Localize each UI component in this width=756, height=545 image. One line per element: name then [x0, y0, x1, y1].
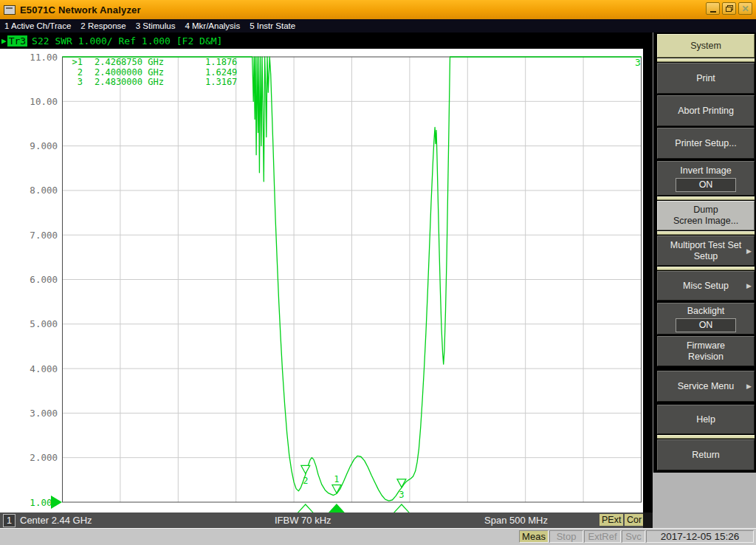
marker-value: 1.6249 — [189, 68, 237, 78]
submenu-arrow-icon: ▶ — [746, 245, 752, 256]
close-button[interactable]: ✕ — [738, 2, 752, 15]
svc-indicator: Svc — [622, 530, 645, 543]
y-axis-tick-label: 4.000 — [30, 363, 58, 374]
softkey-label: Screen Image... — [673, 216, 738, 227]
stimulus-marker-icon[interactable] — [394, 504, 410, 513]
window-controls: ✕ — [706, 2, 752, 15]
system-status-bar: Meas Stop ExtRef Svc 2017-12-05 15:26 — [0, 528, 756, 545]
marker-row: >12.4268750 GHz1.1876 — [66, 58, 237, 68]
toggle-state-box: ON — [676, 318, 736, 332]
trace-status-line: ▶ Tr3 S22 SWR 1.000/ Ref 1.000 [F2 D&M] — [1, 34, 222, 47]
display-area: ▶ Tr3 S22 SWR 1.000/ Ref 1.000 [F2 D&M] … — [0, 32, 653, 513]
trace-marker-number: 1 — [334, 474, 339, 484]
span-label: Span 500 MHz — [484, 515, 548, 526]
trace-marker-icon[interactable] — [301, 465, 310, 473]
menu-item[interactable]: 2 Response — [79, 21, 134, 30]
softkey-label: Service Menu — [678, 381, 734, 392]
extref-indicator: ExtRef — [584, 530, 621, 543]
softkey-invert-image[interactable]: Invert ImageON — [657, 161, 755, 196]
trace-marker-number: 3 — [399, 490, 404, 500]
softkey-misc-setup[interactable]: Misc Setup▶ — [657, 271, 755, 301]
close-icon: ✕ — [741, 4, 749, 13]
softkey-print[interactable]: Print — [657, 63, 755, 94]
softkey-label: Revision — [688, 352, 724, 363]
active-stimulus-marker-icon[interactable] — [329, 504, 345, 513]
softkey-help[interactable]: Help — [657, 405, 755, 434]
softkey-dump-screen-image[interactable]: DumpScreen Image... — [657, 201, 755, 230]
softkey-label: Printer Setup... — [675, 138, 736, 149]
graticule-panel: 11.0010.009.0008.0007.0006.0005.0004.000… — [0, 49, 643, 513]
menu-item[interactable]: 4 Mkr/Analysis — [183, 21, 248, 30]
restore-button[interactable] — [722, 2, 736, 15]
marker-id: 2 — [66, 68, 83, 78]
softkey-abort-printing[interactable]: Abort Printing — [657, 95, 755, 126]
cor-badge: Cor — [625, 514, 644, 526]
meas-indicator: Meas — [519, 530, 549, 543]
channel-number-box: 1 — [3, 514, 16, 527]
stimulus-status-bar: 1 Center 2.44 GHz IFBW 70 kHz Span 500 M… — [0, 513, 653, 528]
minimize-button[interactable] — [706, 2, 720, 15]
ifbw-label: IFBW 70 kHz — [275, 515, 331, 526]
y-axis-tick-label: 11.00 — [30, 52, 58, 63]
softkey-system[interactable]: System — [657, 34, 755, 58]
marker-row: 32.4830000 GHz1.3167 — [66, 78, 237, 88]
stop-indicator: Stop — [549, 530, 583, 543]
softkey-separator — [657, 435, 755, 439]
softkey-firmware-revision[interactable]: FirmwareRevision — [657, 336, 755, 366]
marker-id: >1 — [66, 58, 83, 68]
trace-marker-number: 2 — [303, 476, 308, 486]
y-axis-tick-label: 6.000 — [30, 274, 58, 285]
datetime-display: 2017-12-05 15:26 — [646, 530, 754, 543]
trace-parameters: S22 SWR 1.000/ Ref 1.000 [F2 D&M] — [32, 35, 222, 47]
softkey-separator — [657, 231, 755, 235]
menu-bar: 1 Active Ch/Trace2 Response3 Stimulus4 M… — [0, 19, 756, 32]
status-bar-end-block — [643, 513, 653, 528]
softkey-return[interactable]: Return — [657, 439, 755, 470]
softkey-label: Multiport Test Set — [670, 240, 741, 251]
e5071c-screen: E5071C Network Analyzer ✕ 1 Active Ch/Tr… — [0, 0, 756, 545]
menu-item[interactable]: 1 Active Ch/Trace — [3, 21, 79, 30]
minimize-icon — [710, 11, 716, 13]
pext-badge: PExt — [599, 514, 623, 526]
softkey-separator — [657, 196, 755, 200]
menu-item[interactable]: 3 Stimulus — [134, 21, 184, 30]
softkey-printer-setup[interactable]: Printer Setup... — [657, 128, 755, 159]
y-axis-tick-label: 7.000 — [30, 230, 58, 241]
softkey-label: Abort Printing — [678, 106, 734, 117]
submenu-arrow-icon: ▶ — [746, 281, 752, 292]
offscale-trace-number: 3 — [635, 57, 641, 68]
title-bar: E5071C Network Analyzer ✕ — [0, 0, 756, 19]
softkey-separator — [657, 267, 755, 270]
y-axis-tick-label: 9.000 — [30, 140, 58, 151]
softkey-service-menu[interactable]: Service Menu▶ — [657, 371, 755, 402]
marker-frequency: 2.4268750 GHz — [83, 58, 189, 68]
softkey-label: Return — [692, 450, 720, 461]
softkey-separator — [657, 58, 755, 62]
trace-badge[interactable]: Tr3 — [7, 35, 27, 47]
softkey-list: SystemPrintAbort PrintingPrinter Setup..… — [653, 32, 756, 473]
softkey-column: SystemPrintAbort PrintingPrinter Setup..… — [653, 32, 756, 529]
softkey-label: Setup — [694, 251, 718, 262]
softkey-multiport-test-set-setup[interactable]: Multiport Test SetSetup▶ — [657, 236, 755, 266]
softkey-label: Help — [696, 414, 715, 425]
window-title: E5071C Network Analyzer — [20, 4, 141, 16]
swr-plot: 11.0010.009.0008.0007.0006.0005.0004.000… — [0, 49, 643, 513]
app-icon — [4, 5, 16, 15]
softkey-label: Dump — [693, 205, 718, 216]
y-axis-tick-label: 2.000 — [30, 452, 58, 463]
stimulus-marker-icon[interactable] — [298, 504, 314, 513]
softkey-label: Misc Setup — [683, 281, 729, 292]
y-axis-tick-label: 10.00 — [30, 96, 58, 107]
marker-id: 3 — [66, 78, 83, 88]
marker-value: 1.1876 — [189, 58, 237, 68]
marker-frequency: 2.4830000 GHz — [83, 78, 189, 88]
submenu-arrow-icon: ▶ — [746, 381, 752, 392]
softkey-label: Print — [696, 73, 715, 84]
y-axis-tick-label: 8.000 — [30, 185, 58, 196]
softkey-label: Firmware — [687, 340, 725, 352]
softkey-backlight[interactable]: BacklightON — [657, 303, 755, 335]
marker-readout-table: >12.4268750 GHz1.187622.4000000 GHz1.624… — [66, 58, 237, 88]
softkey-label: System — [690, 41, 721, 52]
softkey-label: Invert Image — [680, 165, 731, 176]
menu-item[interactable]: 5 Instr State — [248, 21, 303, 30]
